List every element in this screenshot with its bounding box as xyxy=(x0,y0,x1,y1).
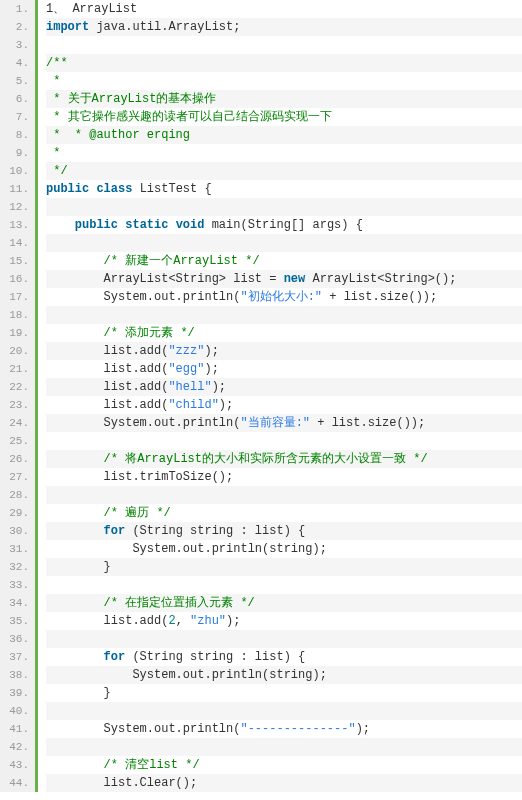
code-line: list.add("zzz"); xyxy=(46,342,522,360)
code-line: * * @author erqing xyxy=(46,126,522,144)
code-line: import java.util.ArrayList; xyxy=(46,18,522,36)
token-comment: * 其它操作感兴趣的读者可以自己结合源码实现一下 xyxy=(46,110,332,124)
token-plain xyxy=(46,506,104,520)
code-line xyxy=(46,630,522,648)
token-string: "zhu" xyxy=(190,614,226,628)
code-line xyxy=(46,198,522,216)
token-plain: , xyxy=(176,614,190,628)
token-plain: System.out.println( xyxy=(46,290,240,304)
token-plain xyxy=(168,218,175,232)
token-comment: * * @author erqing xyxy=(46,128,190,142)
code-line: */ xyxy=(46,162,522,180)
code-line: /* 清空list */ xyxy=(46,756,522,774)
token-number: 2 xyxy=(168,614,175,628)
token-plain: System.out.println(string); xyxy=(46,668,327,682)
token-string: "hell" xyxy=(168,380,211,394)
line-number: 33. xyxy=(0,576,29,594)
token-plain: java.util.ArrayList; xyxy=(89,20,240,34)
token-plain: 、 ArrayList xyxy=(53,2,137,16)
code-line: /* 添加元素 */ xyxy=(46,324,522,342)
line-number: 42. xyxy=(0,738,29,756)
line-number: 22. xyxy=(0,378,29,396)
token-comment: /* 新建一个ArrayList */ xyxy=(104,254,260,268)
line-number: 27. xyxy=(0,468,29,486)
token-plain xyxy=(46,218,75,232)
token-keyword: class xyxy=(96,182,132,196)
line-number: 43. xyxy=(0,756,29,774)
code-line: System.out.println(string); xyxy=(46,540,522,558)
line-number: 2. xyxy=(0,18,29,36)
code-line: list.add("egg"); xyxy=(46,360,522,378)
code-line: list.add(2, "zhu"); xyxy=(46,612,522,630)
code-line: * xyxy=(46,144,522,162)
line-number: 29. xyxy=(0,504,29,522)
code-line: public class ListTest { xyxy=(46,180,522,198)
token-string: "--------------" xyxy=(240,722,355,736)
line-number: 13. xyxy=(0,216,29,234)
token-keyword: for xyxy=(104,524,126,538)
line-number: 24. xyxy=(0,414,29,432)
token-keyword: public xyxy=(75,218,118,232)
token-plain xyxy=(46,254,104,268)
line-number-gutter: 1.2.3.4.5.6.7.8.9.10.11.12.13.14.15.16.1… xyxy=(0,0,38,792)
token-comment: /* 清空list */ xyxy=(104,758,200,772)
line-number: 11. xyxy=(0,180,29,198)
code-line: } xyxy=(46,558,522,576)
line-number: 16. xyxy=(0,270,29,288)
token-comment: /* 在指定位置插入元素 */ xyxy=(104,596,255,610)
token-plain xyxy=(46,596,104,610)
token-plain: ); xyxy=(204,344,218,358)
code-line xyxy=(46,234,522,252)
token-plain: } xyxy=(46,560,111,574)
line-number: 14. xyxy=(0,234,29,252)
token-plain: list.add( xyxy=(46,398,168,412)
code-line: * 关于ArrayList的基本操作 xyxy=(46,90,522,108)
token-comment: * xyxy=(46,146,60,160)
line-number: 23. xyxy=(0,396,29,414)
token-plain xyxy=(46,326,104,340)
line-number: 41. xyxy=(0,720,29,738)
token-string: "zzz" xyxy=(168,344,204,358)
code-line: * 其它操作感兴趣的读者可以自己结合源码实现一下 xyxy=(46,108,522,126)
line-number: 30. xyxy=(0,522,29,540)
code-line: System.out.println("初始化大小:" + list.size(… xyxy=(46,288,522,306)
code-line xyxy=(46,306,522,324)
code-line: } xyxy=(46,684,522,702)
code-line: /* 将ArrayList的大小和实际所含元素的大小设置一致 */ xyxy=(46,450,522,468)
token-plain: (String string : list) { xyxy=(125,650,305,664)
token-plain xyxy=(46,524,104,538)
token-plain xyxy=(46,758,104,772)
line-number: 36. xyxy=(0,630,29,648)
token-comment: /* 遍历 */ xyxy=(104,506,171,520)
line-number: 10. xyxy=(0,162,29,180)
line-number: 39. xyxy=(0,684,29,702)
token-plain: ); xyxy=(219,398,233,412)
token-plain: + list.size()); xyxy=(322,290,437,304)
code-line xyxy=(46,36,522,54)
line-number: 5. xyxy=(0,72,29,90)
line-number: 15. xyxy=(0,252,29,270)
code-line: System.out.println("当前容量:" + list.size()… xyxy=(46,414,522,432)
line-number: 26. xyxy=(0,450,29,468)
code-line: /* 在指定位置插入元素 */ xyxy=(46,594,522,612)
code-line: for (String string : list) { xyxy=(46,648,522,666)
line-number: 3. xyxy=(0,36,29,54)
line-number: 28. xyxy=(0,486,29,504)
token-string: "当前容量:" xyxy=(240,416,310,430)
code-line xyxy=(46,576,522,594)
token-keyword: static xyxy=(125,218,168,232)
line-number: 44. xyxy=(0,774,29,792)
line-number: 19. xyxy=(0,324,29,342)
code-line: ArrayList<String> list = new ArrayList<S… xyxy=(46,270,522,288)
token-comment: /* 添加元素 */ xyxy=(104,326,195,340)
token-keyword: new xyxy=(284,272,306,286)
token-plain: + list.size()); xyxy=(310,416,425,430)
code-line: 1、 ArrayList xyxy=(46,0,522,18)
line-number: 17. xyxy=(0,288,29,306)
token-plain: } xyxy=(46,686,111,700)
code-line xyxy=(46,432,522,450)
code-line: System.out.println(string); xyxy=(46,666,522,684)
token-comment: /* 将ArrayList的大小和实际所含元素的大小设置一致 */ xyxy=(104,452,428,466)
token-string: "egg" xyxy=(168,362,204,376)
code-line: list.add("child"); xyxy=(46,396,522,414)
